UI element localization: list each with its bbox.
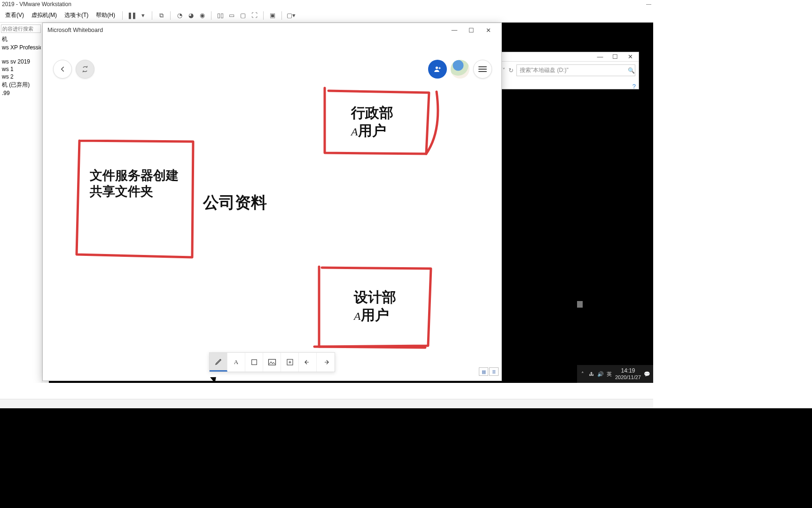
explorer-refresh-icon[interactable]: ↻ [508,67,514,74]
menu-tabs[interactable]: 选项卡(T) [61,10,92,21]
host-minimize-button[interactable]: — [646,1,651,7]
image-icon [268,358,276,366]
menu-vm[interactable]: 虚拟机(M) [28,10,60,21]
whiteboard-canvas[interactable]: 文件服务器创建 共享文件夹 公司资料 行政部 A用户 设计部 A用户 [43,37,501,381]
guest-taskbar: ˄ 🖧 🔊 英 14:19 2020/11/27 💬 [577,365,653,383]
sync-button[interactable] [76,60,94,79]
send-ctrlaltdel-button[interactable]: ⧉ [156,10,166,21]
vmware-statusbar [0,399,653,408]
taskbar-time: 14:19 [615,368,641,374]
grid-view-toggle[interactable]: ▦ [479,367,488,376]
list-item[interactable]: 机 [1,35,41,44]
box1-text-line1: 文件服务器创建 [90,168,179,184]
text-tool-button[interactable]: A [227,353,245,372]
person-add-icon [433,65,442,73]
whiteboard-title: Microsoft Whiteboard [47,27,103,33]
image-tool-button[interactable] [263,353,281,372]
vm-search-input[interactable] [1,24,41,33]
tray-network-icon[interactable]: 🖧 [588,370,594,378]
snapshot-take-icon[interactable]: ◔ [174,10,185,21]
whiteboard-tool-toolbar: A [209,352,335,372]
list-view-toggle[interactable]: ≣ [489,367,499,376]
hamburger-icon [478,66,487,72]
vmware-menubar: 查看(V) 虚拟机(M) 选项卡(T) 帮助(H) ❚❚ ▾ ⧉ ◔ ◕ ◉ ▯… [0,8,653,23]
explorer-minimize-button[interactable]: — [594,53,606,60]
mouse-cursor [212,375,219,383]
box3-text-line2-suffix: 用户 [361,307,389,323]
redo-icon [321,358,330,366]
box3-text-line1: 设计部 [354,288,396,306]
explorer-close-button[interactable]: ✕ [625,53,636,60]
menu-view[interactable]: 查看(V) [2,10,27,21]
vm-sidebar: 机 ws XP Professional ws sv 2019 ws 1 ws … [0,23,42,383]
taskbar-date: 2020/11/27 [615,374,641,380]
list-item[interactable]: ws XP Professional [1,44,41,51]
list-item[interactable]: ws 1 [1,65,41,73]
whiteboard-minimize-button[interactable]: — [446,24,463,37]
fullscreen-icon[interactable]: ▢▾ [286,10,296,21]
undo-button[interactable] [299,353,317,372]
vm-pause-button[interactable]: ❚❚ [126,10,137,21]
tray-notification-icon[interactable]: 💬 [644,370,650,378]
sticky-note-icon [250,358,258,366]
layout-icon-4[interactable]: ⛶ [249,10,259,21]
undo-icon [304,358,312,366]
menu-help[interactable]: 帮助(H) [93,10,118,21]
user-avatar[interactable] [451,60,469,79]
back-button[interactable] [53,60,72,79]
tray-volume-icon[interactable]: 🔊 [597,370,604,378]
refresh-icon [81,65,89,73]
arrow-left-icon [58,65,67,73]
tray-ime-indicator[interactable]: 英 [607,370,612,378]
vm-dropdown-button[interactable]: ▾ [138,10,148,21]
vmware-title-text: 2019 - VMware Workstation [2,1,71,8]
list-item[interactable]: 机 (已弃用) [1,80,41,89]
whiteboard-maximize-button[interactable]: ☐ [463,24,480,37]
snapshot-revert-icon[interactable]: ◕ [186,10,196,21]
box2-text-line1: 行政部 [351,104,393,122]
explorer-maximize-button[interactable]: ☐ [609,53,621,60]
svg-point-0 [436,66,438,69]
explorer-help-icon[interactable]: ? [632,83,636,90]
svg-rect-2 [268,359,275,365]
ink-box-1 [71,136,203,268]
svg-rect-1 [251,360,257,365]
share-button[interactable] [428,60,447,79]
whiteboard-close-button[interactable]: ✕ [480,24,497,37]
snapshot-manager-icon[interactable]: ◉ [197,10,207,21]
explorer-chevron-down-icon[interactable]: ˅ [502,67,506,74]
plus-square-icon [286,358,294,366]
layout-icon-1[interactable]: ▯▯ [215,10,226,21]
settings-menu-button[interactable] [473,60,492,79]
explorer-search-input[interactable]: 搜索"本地磁盘 (D:)" [516,64,635,76]
layout-icon-3[interactable]: ▢ [238,10,248,21]
list-item[interactable]: ws 2 [1,73,41,80]
box1-text-line2: 共享文件夹 [90,184,179,200]
list-item[interactable]: .99 [1,89,41,97]
layout-icon-2[interactable]: ▭ [226,10,237,21]
center-label: 公司资料 [203,192,267,213]
list-item[interactable]: ws sv 2019 [1,58,41,65]
add-tool-button[interactable] [281,353,299,372]
note-tool-button[interactable] [245,353,263,372]
pen-tool-button[interactable] [210,353,227,372]
text-icon: A [234,358,238,366]
whiteboard-window: Microsoft Whiteboard — ☐ ✕ [42,23,502,381]
scrollbar-thumb[interactable] [577,301,583,308]
box2-text-line2-suffix: 用户 [358,123,386,138]
search-icon[interactable]: 🔍 [628,67,635,74]
vmware-titlebar: 2019 - VMware Workstation — [0,0,653,8]
pen-icon [214,357,223,366]
unity-icon[interactable]: ▣ [267,10,278,21]
explorer-window[interactable]: — ☐ ✕ ˅ ↻ 搜索"本地磁盘 (D:)" 🔍 ? [498,52,639,89]
taskbar-clock[interactable]: 14:19 2020/11/27 [615,368,641,380]
redo-button[interactable] [317,353,335,372]
guest-desktop: — ☐ ✕ ˅ ↻ 搜索"本地磁盘 (D:)" 🔍 ? Microsoft Wh… [49,23,653,383]
tray-up-icon[interactable]: ˄ [580,370,586,378]
